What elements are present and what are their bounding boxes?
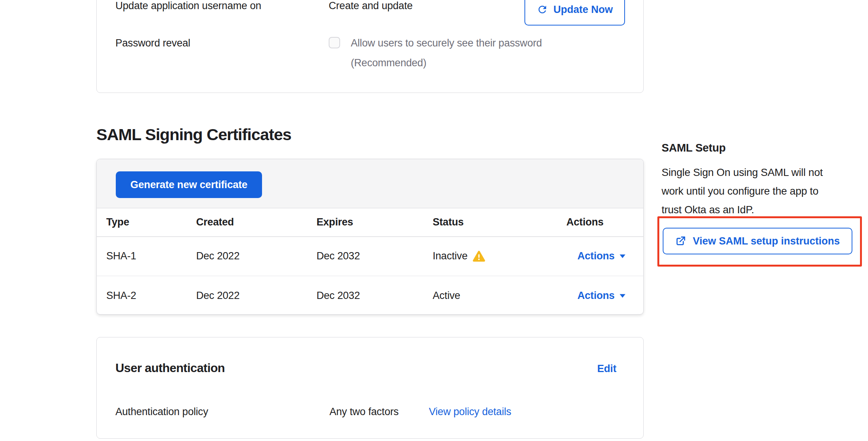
cert-status-text: Active [433, 290, 460, 302]
update-now-label: Update Now [553, 4, 613, 16]
edit-link[interactable]: Edit [597, 363, 616, 375]
user-authentication-card: User authentication Edit Authentication … [96, 337, 644, 439]
cert-status-text: Inactive [433, 250, 467, 262]
caret-down-icon [619, 293, 626, 298]
certificate-row-sha2: SHA-2 Dec 2022 Dec 2032 Active Actions [97, 276, 643, 315]
column-header-expires: Expires [317, 208, 353, 236]
caret-down-icon [619, 254, 626, 259]
update-username-label: Update application username on [115, 0, 261, 12]
cert-type: SHA-2 [106, 276, 136, 315]
update-now-button[interactable]: Update Now [524, 0, 625, 26]
view-saml-setup-instructions-button[interactable]: View SAML setup instructions [663, 228, 852, 254]
password-reveal-label: Password reveal [115, 37, 190, 49]
saml-setup-description: Single Sign On using SAML will not work … [662, 163, 867, 219]
cert-status: Active [433, 276, 460, 315]
saml-certificates-panel: Generate new certificate Type Created Ex… [96, 159, 644, 315]
authentication-policy-label: Authentication policy [115, 406, 208, 418]
password-reveal-description-line2: (Recommended) [351, 57, 426, 69]
column-header-status: Status [433, 208, 464, 236]
cert-type: SHA-1 [106, 236, 136, 276]
certificate-actions-dropdown[interactable]: Actions [577, 290, 626, 302]
cert-expires: Dec 2032 [317, 276, 360, 315]
refresh-icon [537, 4, 548, 15]
saml-setup-heading: SAML Setup [662, 140, 726, 155]
external-link-icon [675, 236, 686, 246]
column-header-actions: Actions [566, 208, 604, 236]
view-saml-setup-instructions-label: View SAML setup instructions [693, 235, 840, 247]
certificate-row-sha1: SHA-1 Dec 2022 Dec 2032 Inactive Actions [97, 236, 643, 276]
actions-label: Actions [577, 290, 615, 302]
update-username-value: Create and update [329, 0, 412, 12]
column-header-type: Type [106, 208, 129, 236]
saml-signing-certificates-heading: SAML Signing Certificates [96, 125, 291, 144]
warning-icon [473, 251, 485, 262]
view-policy-details-link[interactable]: View policy details [429, 406, 511, 418]
user-authentication-heading: User authentication [115, 360, 225, 375]
password-reveal-checkbox[interactable] [329, 37, 340, 48]
password-reveal-description-line1: Allow users to securely see their passwo… [351, 37, 542, 49]
sign-on-settings-card: Update application username on Create an… [96, 0, 644, 93]
cert-created: Dec 2022 [196, 236, 240, 276]
cert-status: Inactive [433, 236, 485, 276]
cert-expires: Dec 2032 [317, 236, 360, 276]
generate-new-certificate-button[interactable]: Generate new certificate [116, 171, 262, 198]
certificates-toolbar: Generate new certificate [97, 159, 643, 208]
authentication-policy-value: Any two factors [329, 406, 399, 418]
okta-app-sign-on-settings-page: Update application username on Create an… [0, 0, 868, 441]
certificate-actions-dropdown[interactable]: Actions [577, 250, 626, 262]
certificates-table-header: Type Created Expires Status Actions [97, 208, 643, 237]
cert-created: Dec 2022 [196, 276, 240, 315]
actions-label: Actions [577, 250, 615, 262]
description-line: Single Sign On using SAML will not [662, 163, 867, 182]
description-line: work until you configure the app to [662, 182, 867, 200]
column-header-created: Created [196, 208, 234, 236]
